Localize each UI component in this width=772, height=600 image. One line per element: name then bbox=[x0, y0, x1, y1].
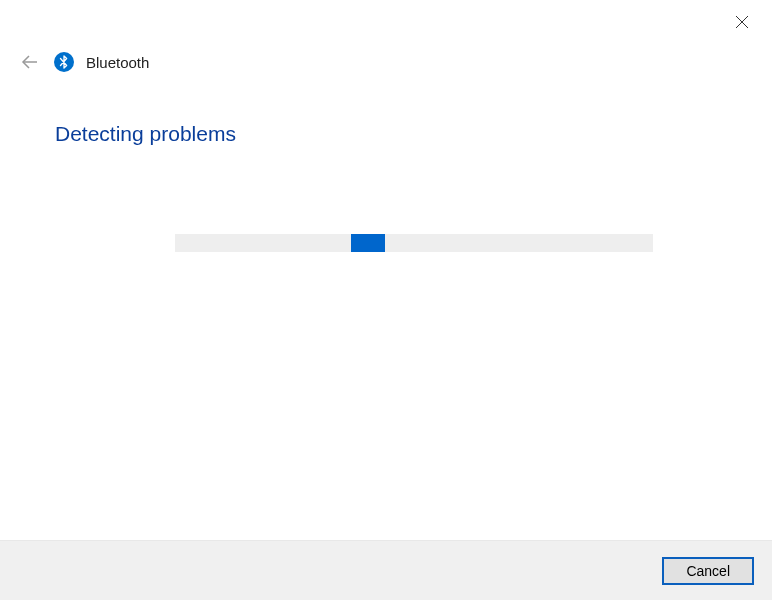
status-heading: Detecting problems bbox=[55, 122, 772, 146]
back-arrow-icon bbox=[21, 53, 39, 71]
content-area: Detecting problems bbox=[0, 74, 772, 252]
close-icon bbox=[735, 15, 749, 29]
close-button[interactable] bbox=[730, 10, 754, 34]
troubleshooter-title: Bluetooth bbox=[86, 54, 149, 71]
bluetooth-icon bbox=[54, 52, 74, 72]
header-bar: Bluetooth bbox=[0, 0, 772, 74]
progress-bar bbox=[175, 234, 653, 252]
progress-indicator bbox=[351, 234, 385, 252]
back-button[interactable] bbox=[18, 50, 42, 74]
footer-bar: Cancel bbox=[0, 540, 772, 600]
cancel-button[interactable]: Cancel bbox=[662, 557, 754, 585]
